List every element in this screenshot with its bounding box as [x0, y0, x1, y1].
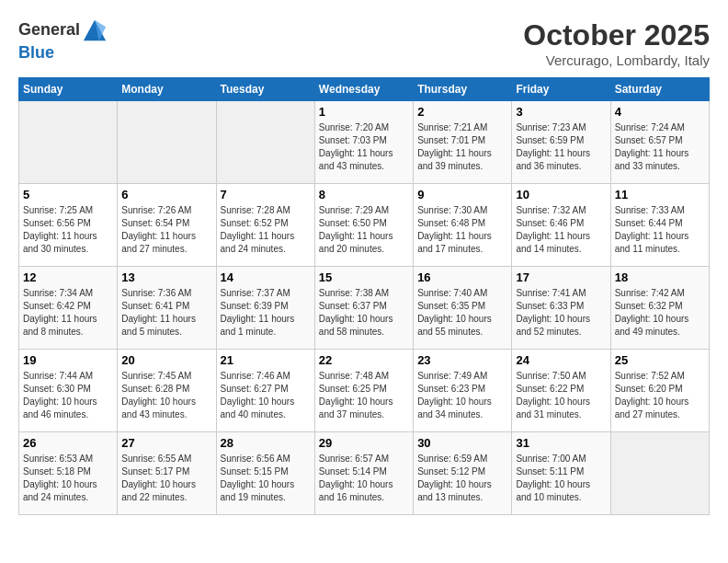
day-info: Sunrise: 7:42 AM Sunset: 6:32 PM Dayligh… [615, 287, 705, 339]
day-info: Sunrise: 7:33 AM Sunset: 6:44 PM Dayligh… [615, 204, 705, 256]
table-row [610, 432, 709, 515]
day-number: 30 [417, 436, 507, 450]
table-row: 8Sunrise: 7:29 AM Sunset: 6:50 PM Daylig… [314, 184, 413, 267]
location: Vercurago, Lombardy, Italy [523, 52, 710, 68]
table-row: 4Sunrise: 7:24 AM Sunset: 6:57 PM Daylig… [610, 101, 709, 184]
day-number: 26 [23, 436, 113, 450]
day-number: 21 [221, 353, 311, 367]
day-number: 25 [615, 353, 705, 367]
day-number: 23 [417, 353, 507, 367]
day-info: Sunrise: 7:20 AM Sunset: 7:03 PM Dayligh… [319, 121, 409, 173]
day-number: 9 [417, 188, 507, 201]
day-info: Sunrise: 7:48 AM Sunset: 6:25 PM Dayligh… [319, 370, 409, 421]
day-info: Sunrise: 7:28 AM Sunset: 6:52 PM Dayligh… [221, 204, 311, 256]
header-saturday: Saturday [610, 78, 709, 101]
day-info: Sunrise: 7:50 AM Sunset: 6:22 PM Dayligh… [516, 370, 606, 421]
table-row: 5Sunrise: 7:25 AM Sunset: 6:56 PM Daylig… [19, 184, 118, 267]
logo: General Blue [18, 18, 108, 63]
table-row: 9Sunrise: 7:30 AM Sunset: 6:48 PM Daylig… [414, 184, 512, 267]
logo-icon [82, 18, 108, 44]
day-info: Sunrise: 7:00 AM Sunset: 5:11 PM Dayligh… [516, 453, 606, 504]
table-row: 18Sunrise: 7:42 AM Sunset: 6:32 PM Dayli… [610, 267, 709, 350]
title-area: October 2025 Vercurago, Lombardy, Italy [523, 18, 710, 68]
day-info: Sunrise: 7:32 AM Sunset: 6:46 PM Dayligh… [516, 204, 606, 256]
day-number: 8 [319, 188, 409, 201]
day-info: Sunrise: 7:45 AM Sunset: 6:28 PM Dayligh… [121, 370, 211, 421]
day-number: 3 [516, 105, 606, 119]
day-info: Sunrise: 7:26 AM Sunset: 6:54 PM Dayligh… [121, 204, 211, 256]
month-title: October 2025 [523, 18, 710, 52]
table-row: 15Sunrise: 7:38 AM Sunset: 6:37 PM Dayli… [314, 267, 413, 350]
day-number: 17 [516, 270, 606, 284]
header-tuesday: Tuesday [216, 78, 314, 101]
day-info: Sunrise: 6:57 AM Sunset: 5:14 PM Dayligh… [319, 453, 409, 504]
day-info: Sunrise: 6:53 AM Sunset: 5:18 PM Dayligh… [23, 453, 113, 504]
day-number: 11 [615, 188, 705, 201]
day-number: 4 [615, 105, 705, 119]
day-number: 31 [516, 436, 606, 450]
table-row: 11Sunrise: 7:33 AM Sunset: 6:44 PM Dayli… [610, 184, 709, 267]
day-number: 22 [319, 353, 409, 367]
day-info: Sunrise: 6:56 AM Sunset: 5:15 PM Dayligh… [221, 453, 311, 504]
table-row: 16Sunrise: 7:40 AM Sunset: 6:35 PM Dayli… [414, 267, 512, 350]
calendar-week-row: 19Sunrise: 7:44 AM Sunset: 6:30 PM Dayli… [19, 350, 710, 432]
day-number: 24 [516, 353, 606, 367]
day-number: 14 [221, 270, 311, 284]
table-row: 6Sunrise: 7:26 AM Sunset: 6:54 PM Daylig… [118, 184, 216, 267]
table-row: 24Sunrise: 7:50 AM Sunset: 6:22 PM Dayli… [512, 350, 610, 432]
day-info: Sunrise: 7:49 AM Sunset: 6:23 PM Dayligh… [417, 370, 507, 421]
day-info: Sunrise: 7:25 AM Sunset: 6:56 PM Dayligh… [23, 204, 113, 256]
day-info: Sunrise: 6:55 AM Sunset: 5:17 PM Dayligh… [121, 453, 211, 504]
table-row: 14Sunrise: 7:37 AM Sunset: 6:39 PM Dayli… [216, 267, 314, 350]
day-info: Sunrise: 7:29 AM Sunset: 6:50 PM Dayligh… [319, 204, 409, 256]
table-row: 22Sunrise: 7:48 AM Sunset: 6:25 PM Dayli… [314, 350, 413, 432]
day-number: 19 [23, 353, 113, 367]
day-info: Sunrise: 7:21 AM Sunset: 7:01 PM Dayligh… [417, 121, 507, 173]
page-header: General Blue October 2025 Vercurago, Lom… [18, 18, 710, 68]
day-number: 28 [221, 436, 311, 450]
day-number: 7 [221, 188, 311, 201]
header-sunday: Sunday [19, 78, 118, 101]
logo-general: General [18, 18, 108, 44]
table-row: 20Sunrise: 7:45 AM Sunset: 6:28 PM Dayli… [118, 350, 216, 432]
day-info: Sunrise: 7:40 AM Sunset: 6:35 PM Dayligh… [417, 287, 507, 339]
table-row: 19Sunrise: 7:44 AM Sunset: 6:30 PM Dayli… [19, 350, 118, 432]
table-row: 7Sunrise: 7:28 AM Sunset: 6:52 PM Daylig… [216, 184, 314, 267]
day-info: Sunrise: 7:23 AM Sunset: 6:59 PM Dayligh… [516, 121, 606, 173]
day-number: 20 [121, 353, 211, 367]
header-monday: Monday [118, 78, 216, 101]
day-number: 5 [23, 188, 113, 201]
calendar-header-row: Sunday Monday Tuesday Wednesday Thursday… [19, 78, 710, 101]
table-row: 17Sunrise: 7:41 AM Sunset: 6:33 PM Dayli… [512, 267, 610, 350]
table-row [216, 101, 314, 184]
day-number: 18 [615, 270, 705, 284]
day-info: Sunrise: 7:36 AM Sunset: 6:41 PM Dayligh… [121, 287, 211, 339]
table-row: 12Sunrise: 7:34 AM Sunset: 6:42 PM Dayli… [19, 267, 118, 350]
table-row: 13Sunrise: 7:36 AM Sunset: 6:41 PM Dayli… [118, 267, 216, 350]
table-row: 30Sunrise: 6:59 AM Sunset: 5:12 PM Dayli… [414, 432, 512, 515]
day-number: 1 [319, 105, 409, 119]
calendar-week-row: 12Sunrise: 7:34 AM Sunset: 6:42 PM Dayli… [19, 267, 710, 350]
table-row: 27Sunrise: 6:55 AM Sunset: 5:17 PM Dayli… [118, 432, 216, 515]
header-friday: Friday [512, 78, 610, 101]
calendar-week-row: 5Sunrise: 7:25 AM Sunset: 6:56 PM Daylig… [19, 184, 710, 267]
table-row: 23Sunrise: 7:49 AM Sunset: 6:23 PM Dayli… [414, 350, 512, 432]
table-row: 31Sunrise: 7:00 AM Sunset: 5:11 PM Dayli… [512, 432, 610, 515]
day-info: Sunrise: 7:46 AM Sunset: 6:27 PM Dayligh… [221, 370, 311, 421]
calendar-table: Sunday Monday Tuesday Wednesday Thursday… [18, 77, 710, 515]
day-number: 16 [417, 270, 507, 284]
day-number: 2 [417, 105, 507, 119]
day-info: Sunrise: 7:44 AM Sunset: 6:30 PM Dayligh… [23, 370, 113, 421]
table-row: 29Sunrise: 6:57 AM Sunset: 5:14 PM Dayli… [314, 432, 413, 515]
day-number: 27 [121, 436, 211, 450]
table-row: 2Sunrise: 7:21 AM Sunset: 7:01 PM Daylig… [414, 101, 512, 184]
day-info: Sunrise: 7:41 AM Sunset: 6:33 PM Dayligh… [516, 287, 606, 339]
table-row: 28Sunrise: 6:56 AM Sunset: 5:15 PM Dayli… [216, 432, 314, 515]
day-number: 29 [319, 436, 409, 450]
day-info: Sunrise: 7:34 AM Sunset: 6:42 PM Dayligh… [23, 287, 113, 339]
day-info: Sunrise: 7:24 AM Sunset: 6:57 PM Dayligh… [615, 121, 705, 173]
table-row [118, 101, 216, 184]
calendar-week-row: 1Sunrise: 7:20 AM Sunset: 7:03 PM Daylig… [19, 101, 710, 184]
table-row: 3Sunrise: 7:23 AM Sunset: 6:59 PM Daylig… [512, 101, 610, 184]
logo-blue: Blue [18, 44, 108, 63]
